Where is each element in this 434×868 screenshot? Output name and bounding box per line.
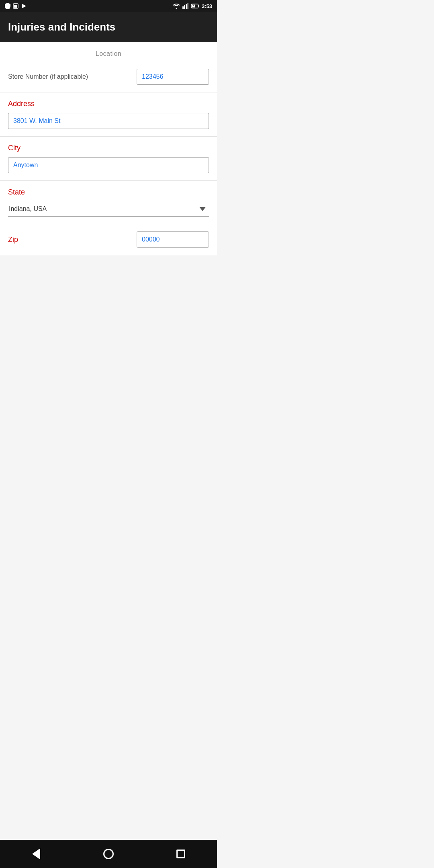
svg-rect-1	[14, 5, 17, 8]
svg-rect-3	[182, 6, 184, 9]
page-body: Location Store Number (if applicable) Ad…	[0, 42, 217, 283]
store-number-label: Store Number (if applicable)	[8, 73, 88, 80]
address-row: Address	[0, 92, 217, 137]
status-bar: 3:53	[0, 0, 217, 12]
app-bar: Injuries and Incidents	[0, 12, 217, 42]
state-select-wrapper: Indiana, USA Alabama, USA Alaska, USA Ar…	[8, 201, 209, 217]
battery-icon	[191, 4, 199, 8]
play-icon	[21, 3, 27, 9]
status-time: 3:53	[202, 3, 212, 9]
city-input[interactable]	[8, 157, 209, 173]
city-label: City	[8, 144, 209, 152]
store-number-input[interactable]	[137, 69, 209, 85]
status-bar-left	[5, 3, 27, 9]
shield-icon	[5, 3, 10, 9]
state-row: State Indiana, USA Alabama, USA Alaska, …	[0, 181, 217, 224]
app-title: Injuries and Incidents	[8, 21, 209, 33]
svg-rect-6	[187, 3, 188, 9]
zip-label: Zip	[8, 235, 18, 244]
svg-rect-5	[186, 4, 187, 9]
form-content: Location Store Number (if applicable) Ad…	[0, 42, 217, 255]
wifi-icon	[173, 3, 180, 9]
zip-row: Zip	[0, 224, 217, 255]
state-select[interactable]: Indiana, USA Alabama, USA Alaska, USA Ar…	[8, 201, 209, 217]
zip-input[interactable]	[137, 231, 209, 248]
svg-rect-4	[184, 5, 185, 9]
store-number-row: Store Number (if applicable)	[0, 61, 217, 92]
sim-icon	[13, 3, 18, 9]
section-header-location: Location	[0, 42, 217, 61]
city-row: City	[0, 137, 217, 181]
status-bar-right: 3:53	[173, 3, 212, 9]
address-label: Address	[8, 100, 209, 108]
svg-rect-8	[198, 5, 199, 7]
signal-icon	[182, 3, 189, 9]
address-input[interactable]	[8, 113, 209, 129]
svg-marker-2	[22, 4, 26, 8]
state-label: State	[8, 188, 209, 197]
